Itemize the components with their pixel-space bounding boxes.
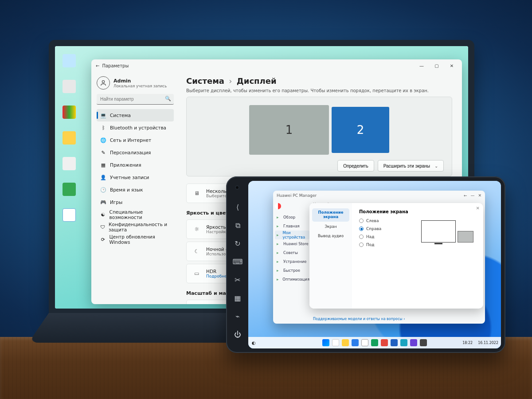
position-option-2[interactable]: Над (359, 235, 381, 239)
position-option-3[interactable]: Под (359, 243, 381, 247)
taskbar-search-icon[interactable] (332, 339, 339, 346)
dock-keyboard-icon[interactable]: ⌨ (232, 258, 243, 266)
monitor-1[interactable]: 1 (249, 105, 329, 155)
nightlight-icon: ☾ (193, 248, 201, 254)
pcm-nav-item-1[interactable]: ▸ Главная (275, 222, 309, 231)
dock-exit-icon[interactable]: ⏻ (234, 330, 241, 339)
tablet-device: ⟨ ⧉ ↻ ⌨ ✂ ▦ ⌁ ⏻ Huawei PC Manager ← — ✕ (226, 176, 505, 353)
layout-preview (421, 220, 473, 243)
breadcrumb-root[interactable]: Система (186, 76, 224, 86)
pcm-nav-label: Главная (283, 224, 300, 228)
sidebar-item-3[interactable]: ✎ Персонализация (97, 146, 174, 159)
position-option-1[interactable]: Справа (359, 227, 381, 231)
sidebar-item-9[interactable]: 🛡 Конфиденциальность и защита (97, 221, 174, 233)
tablet-side-dock: ⟨ ⧉ ↻ ⌨ ✂ ▦ ⌁ ⏻ (230, 200, 246, 345)
sidebar-item-label: Bluetooth и устройства (110, 125, 166, 130)
pcm-nav-label: Быстрое (283, 268, 300, 273)
desktop-icon-app3[interactable] (58, 127, 81, 150)
taskbar-start-corner[interactable]: ◐ (252, 340, 256, 345)
pcm-window-min[interactable]: — (470, 193, 474, 198)
account-block[interactable]: Admin Локальная учетная запись (97, 76, 174, 90)
sidebar-item-icon: 🛡 (100, 224, 105, 230)
sidebar-item-icon: ⟳ (100, 236, 106, 243)
taskbar-app2-icon[interactable] (371, 339, 378, 346)
taskbar-explorer-icon[interactable] (342, 339, 349, 346)
taskbar-app6-icon[interactable] (410, 339, 417, 346)
sidebar-item-label: Специальные возможности (110, 209, 170, 220)
tray-date: 16.11.2022 (478, 341, 498, 345)
monitor-2[interactable]: 2 (332, 107, 389, 153)
pcm-nav-item-3[interactable]: ▸ Huawei Store (275, 239, 309, 248)
tray-time: 18:22 (462, 341, 473, 345)
dialog-tab-0[interactable]: Положение экрана (312, 208, 349, 222)
sidebar-item-icon: 👤 (100, 174, 106, 180)
window-close[interactable]: ✕ (444, 59, 459, 72)
desktop-icon-app2[interactable] (58, 101, 81, 124)
account-name: Admin (113, 78, 167, 84)
sidebar-item-1[interactable]: ᛒ Bluetooth и устройства (97, 121, 174, 134)
sidebar-item-7[interactable]: 🎮 Игры (97, 196, 174, 208)
dock-rotate-icon[interactable]: ↻ (235, 239, 240, 248)
sidebar-item-8[interactable]: ☯ Специальные возможности (97, 208, 174, 221)
pcm-nav-item-6[interactable]: ▸ Быстрое (275, 266, 309, 275)
desktop-icon-app6[interactable] (58, 204, 81, 227)
desktop-icon-recycle[interactable] (58, 50, 81, 73)
taskbar-tray[interactable]: 18:22 16.11.2022 (462, 341, 498, 345)
window-maximize[interactable]: ▢ (429, 59, 444, 72)
sidebar-item-icon: 🎮 (100, 199, 106, 205)
desktop-icon-app4[interactable] (58, 153, 81, 176)
dock-apps-icon[interactable]: ▦ (234, 294, 241, 302)
sidebar-item-4[interactable]: ▦ Приложения (97, 159, 174, 171)
pcm-nav-item-2[interactable]: ▸ Мои устройства (275, 231, 309, 239)
sidebar-item-10[interactable]: ⟳ Центр обновления Windows (97, 233, 174, 246)
pcm-nav-item-7[interactable]: ▸ Оптимизация (275, 275, 309, 284)
sidebar-item-label: Приложения (110, 162, 141, 168)
position-option-0[interactable]: Слева (359, 219, 381, 223)
back-button[interactable]: ← (96, 63, 99, 68)
taskbar-app5-icon[interactable] (400, 339, 407, 346)
settings-app-title: Параметры (102, 63, 129, 68)
pcm-window-close[interactable]: ✕ (478, 193, 481, 198)
taskbar-app4-icon[interactable] (391, 339, 398, 346)
breadcrumb: Система › Дисплей (186, 76, 452, 86)
pcm-nav-label: Huawei Store (283, 242, 309, 246)
pcm-help-link[interactable]: Поддерживаемые модели и ответы на вопрос… (313, 317, 405, 321)
dock-screenshot-icon[interactable]: ✂ (235, 276, 240, 284)
taskbar-app7-icon[interactable] (420, 339, 427, 346)
taskbar-app3-icon[interactable] (381, 339, 388, 346)
sidebar-item-6[interactable]: 🕒 Время и язык (97, 184, 174, 196)
dock-scan-icon[interactable]: ⌁ (235, 312, 240, 321)
dialog-tab-1[interactable]: Экран (312, 223, 349, 231)
sidebar-item-5[interactable]: 👤 Учетные записи (97, 171, 174, 184)
extend-dropdown[interactable]: Расширить эти экраны (378, 160, 444, 172)
desktop-icon-app5[interactable] (58, 178, 81, 201)
sidebar-item-label: Учетные записи (110, 175, 149, 180)
taskbar-edge-icon[interactable] (352, 339, 359, 346)
pc-manager-window: Huawei PC Manager ← — ✕ ▸ Обзор▸ Главная… (273, 191, 485, 324)
sidebar-item-icon: 🕒 (100, 187, 106, 193)
sidebar-item-icon: ᛒ (100, 125, 106, 131)
search-input[interactable] (97, 94, 174, 105)
pcm-title-label: Huawei PC Manager (277, 193, 317, 198)
settings-sidebar: Admin Локальная учетная запись 🔍 💻 Систе… (91, 72, 178, 304)
desktop-icon-app1[interactable] (58, 75, 81, 98)
sidebar-item-0[interactable]: 💻 Система (97, 109, 174, 121)
identify-button[interactable]: Определить (337, 160, 374, 172)
sidebar-item-icon: ✎ (100, 149, 106, 156)
window-minimize[interactable]: — (414, 59, 429, 72)
dock-back-icon[interactable]: ⟨ (236, 203, 239, 211)
brightness-icon: ☼ (193, 226, 201, 232)
pcm-nav-label: Мои устройства (282, 231, 309, 239)
dialog-close-button[interactable]: ✕ (476, 206, 480, 211)
pcm-nav-item-4[interactable]: ▸ Советы (275, 248, 309, 257)
pcm-back-button[interactable]: ← (464, 193, 467, 198)
dialog-tab-2[interactable]: Вывод аудио (312, 232, 349, 241)
taskbar-app-icon[interactable] (361, 339, 368, 346)
dock-split-icon[interactable]: ⧉ (235, 221, 240, 230)
settings-search[interactable]: 🔍 (97, 94, 174, 105)
taskbar-start-icon[interactable] (322, 339, 329, 346)
pcm-nav-item-5[interactable]: ▸ Устранение (275, 257, 309, 266)
sidebar-item-2[interactable]: 🌐 Сеть и Интернет (97, 134, 174, 146)
svg-point-0 (102, 81, 104, 83)
pcm-nav-item-0[interactable]: ▸ Обзор (275, 213, 309, 222)
